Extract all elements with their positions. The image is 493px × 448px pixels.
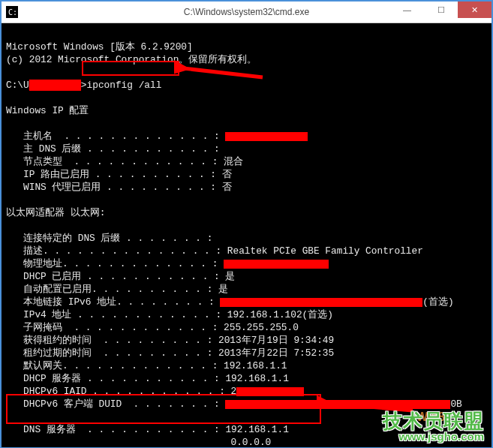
watermark-url: www.jsgho.com xyxy=(398,430,484,443)
config-row: 物理地址. . . . . . . . . . . . . : xyxy=(6,257,488,270)
cmd-window: C: C:\Windows\system32\cmd.exe — ☐ ✕ Mic… xyxy=(0,0,493,448)
config-row: 连接特定的 DNS 后缀 . . . . . . . : xyxy=(6,232,488,245)
titlebar[interactable]: C: C:\Windows\system32\cmd.exe — ☐ ✕ xyxy=(2,2,491,23)
svg-text:C:: C: xyxy=(8,8,17,17)
config-row: 租约过期的时间 . . . . . . . . . : 2013年7月22日 7… xyxy=(6,347,488,359)
config-row: 子网掩码 . . . . . . . . . . . . : 255.255.2… xyxy=(6,321,488,334)
config-row: 节点类型 . . . . . . . . . . . . : 混合 xyxy=(6,155,488,168)
redacted-value xyxy=(225,400,450,409)
config-row: IP 路由已启用 . . . . . . . . . . : 否 xyxy=(6,168,488,181)
config-row: 本地链接 IPv6 地址. . . . . . . . : (首选) xyxy=(6,296,488,308)
header-line-2: (c) 2012 Microsoft Corporation。保留所有权利。 xyxy=(6,54,257,65)
config-row: WINS 代理已启用 . . . . . . . . . : 否 xyxy=(6,181,488,194)
config-row: IPv4 地址 . . . . . . . . . . . . : 192.16… xyxy=(6,308,488,321)
config-row: 自动配置已启用. . . . . . . . . . : 是 xyxy=(6,283,488,296)
dns-line-1: DNS 服务器 . . . . . . . . . . . : 192.168.… xyxy=(6,424,289,435)
config-row: 获得租约的时间 . . . . . . . . . : 2013年7月19日 9… xyxy=(6,334,488,347)
prompt-line: C:\U█████████>ipconfig /all xyxy=(6,80,161,91)
adapter-title: 以太网适配器 以太网: xyxy=(6,207,105,218)
ip-config-block: 主机名 . . . . . . . . . . . . . : 主 DNS 后缀… xyxy=(6,130,488,194)
redacted-value xyxy=(225,132,308,141)
redacted-value xyxy=(236,387,304,396)
config-row: 默认网关. . . . . . . . . . . . . : 192.168.… xyxy=(6,359,488,372)
terminal-output[interactable]: Microsoft Windows [版本 6.2.9200] (c) 2012… xyxy=(2,23,491,447)
config-row: DHCP 服务器 . . . . . . . . . . . : 192.168… xyxy=(6,372,488,385)
ip-config-title: Windows IP 配置 xyxy=(6,105,89,116)
cmd-icon: C: xyxy=(6,6,18,18)
config-row: 主机名 . . . . . . . . . . . . . : xyxy=(6,130,488,143)
config-row: DHCPv6 IAID . . . . . . . . . . . : 2 xyxy=(6,385,488,398)
config-row: DHCPv6 客户端 DUID . . . . . . . : 0B xyxy=(6,398,488,410)
minimize-button[interactable]: — xyxy=(390,2,424,18)
redacted-value xyxy=(220,298,422,307)
config-row: 描述. . . . . . . . . . . . . . . : Realte… xyxy=(6,245,488,257)
window-title: C:\Windows\system32\cmd.exe xyxy=(184,7,309,17)
redacted-value xyxy=(224,260,329,269)
config-row: DHCP 已启用 . . . . . . . . . . . : 是 xyxy=(6,270,488,283)
command-text: ipconfig /all xyxy=(87,80,162,91)
svg-line-3 xyxy=(183,68,263,77)
config-row: 主 DNS 后缀 . . . . . . . . . . . : xyxy=(6,143,488,155)
window-controls: — ☐ ✕ xyxy=(390,2,491,18)
dns-line-2: 0.0.0.0 xyxy=(6,437,271,447)
adapter-block: 连接特定的 DNS 后缀 . . . . . . . : 描述. . . . .… xyxy=(6,232,488,410)
maximize-button[interactable]: ☐ xyxy=(424,2,458,18)
watermark-brand: 技术员联盟 xyxy=(383,415,484,428)
close-button[interactable]: ✕ xyxy=(458,2,491,18)
header-line-1: Microsoft Windows [版本 6.2.9200] xyxy=(6,41,193,53)
